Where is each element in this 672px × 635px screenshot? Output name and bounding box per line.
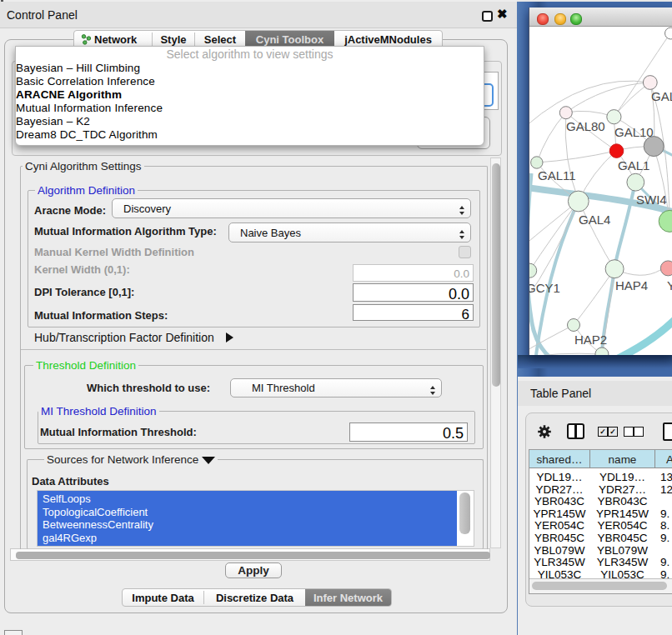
svg-text:SWI4: SWI4 bbox=[636, 192, 667, 207]
svg-text:GAL80: GAL80 bbox=[566, 119, 605, 133]
svg-text:GAL7: GAL7 bbox=[651, 89, 672, 103]
svg-text:HAP4: HAP4 bbox=[615, 278, 648, 292]
svg-text:HAP2: HAP2 bbox=[574, 332, 607, 347]
svg-text:GCY1: GCY1 bbox=[529, 281, 560, 295]
svg-text:GAL11: GAL11 bbox=[538, 168, 576, 182]
svg-text:GAL10: GAL10 bbox=[614, 125, 654, 139]
svg-text:GAL4: GAL4 bbox=[579, 212, 610, 227]
svg-text:GAL1: GAL1 bbox=[618, 158, 649, 172]
svg-text:Y: Y bbox=[667, 278, 672, 292]
